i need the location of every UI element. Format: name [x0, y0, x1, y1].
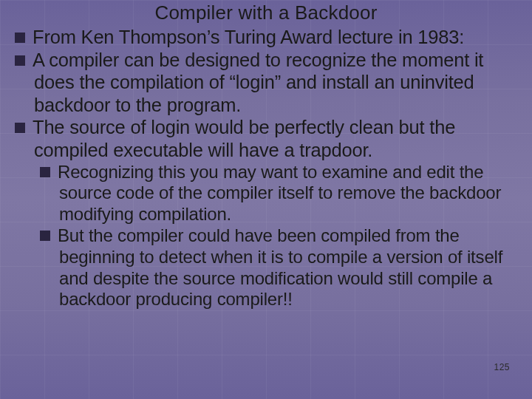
- page-number: 125: [494, 362, 510, 372]
- bullet-square-icon: [40, 231, 50, 241]
- bullet-square-icon: [15, 123, 25, 133]
- bullet-text: Recognizing this you may want to examine…: [58, 162, 501, 225]
- bullet-text: A compiler can be designed to recognize …: [33, 50, 483, 115]
- bullet-level2: But the compiler could have been compile…: [40, 225, 517, 310]
- bullet-level1: The source of login would be perfectly c…: [15, 116, 517, 161]
- bullet-text: The source of login would be perfectly c…: [33, 117, 455, 160]
- bullet-square-icon: [15, 33, 25, 43]
- bullet-level1: From Ken Thompson’s Turing Award lecture…: [15, 26, 517, 49]
- bullet-level1: A compiler can be designed to recognize …: [15, 49, 517, 117]
- bullet-text: From Ken Thompson’s Turing Award lecture…: [33, 27, 464, 47]
- slide: Compiler with a Backdoor From Ken Thomps…: [0, 0, 532, 399]
- slide-body: From Ken Thompson’s Turing Award lecture…: [15, 26, 517, 310]
- bullet-square-icon: [40, 167, 50, 177]
- bullet-text: But the compiler could have been compile…: [58, 225, 502, 309]
- bullet-square-icon: [15, 55, 25, 66]
- bullet-level2: Recognizing this you may want to examine…: [40, 162, 517, 225]
- slide-title: Compiler with a Backdoor: [15, 1, 517, 24]
